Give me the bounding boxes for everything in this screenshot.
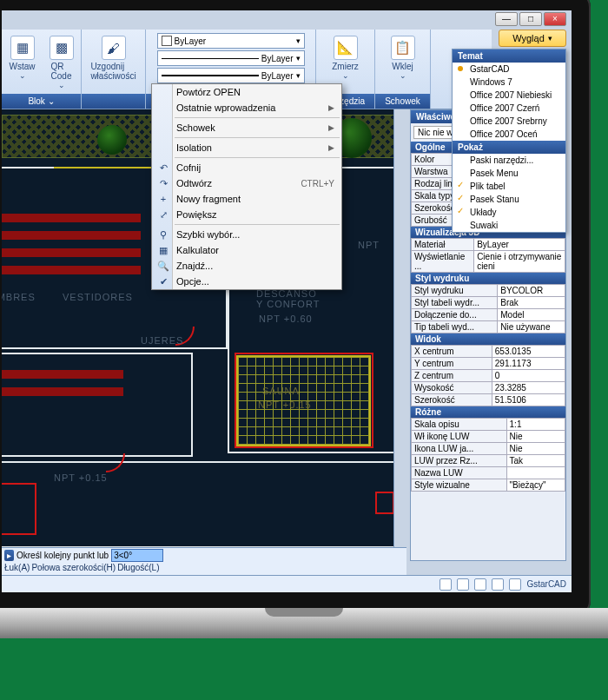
property-row[interactable]: Szerokość51.5106 — [412, 394, 565, 406]
menu-item-icon: ⤢ — [157, 208, 169, 221]
show-item[interactable]: Plik tabel — [453, 180, 565, 193]
command-input[interactable] — [111, 549, 163, 562]
cad-label: SAUNA — [262, 386, 300, 396]
context-menu-item[interactable]: ↶Cofnij — [152, 160, 341, 175]
status-icon[interactable] — [457, 578, 469, 591]
qr-code-button[interactable]: ▩ QR Code ⌄ — [45, 33, 78, 92]
property-row[interactable]: Dołączenie do...Model — [412, 309, 565, 321]
paste-button[interactable]: 📋 Wklej ⌄ — [387, 33, 420, 83]
chevron-down-icon: ⌄ — [342, 71, 349, 80]
match-properties-button[interactable]: 🖌 Uzgodnij właściwości — [86, 33, 140, 83]
menu-item-icon: + — [157, 193, 169, 205]
theme-item[interactable]: Office 2007 Oceń — [453, 128, 565, 141]
status-bar: GstarCAD — [2, 575, 572, 592]
cad-label: NPT +0.60 — [259, 314, 313, 324]
group-title-blok[interactable]: Blok — [2, 94, 81, 109]
chevron-right-icon: ▶ — [328, 143, 334, 152]
chevron-down-icon: ▾ — [296, 71, 301, 80]
clipboard-icon: 📋 — [391, 36, 415, 60]
chevron-down-icon: ⌄ — [58, 81, 65, 89]
measure-button[interactable]: 📐 Zmierz ⌄ — [327, 33, 363, 83]
layer-lineweight-dropdown[interactable]: ByLayer ▾ — [157, 68, 305, 83]
show-item[interactable]: Pasek Menu — [453, 167, 565, 180]
context-menu: Powtórz OPENOstatnie wprowadzenia▶Schowe… — [151, 83, 342, 290]
context-menu-item[interactable]: +Nowy fragment — [152, 191, 341, 207]
cad-label: DORES HOMBRES — [2, 292, 36, 302]
status-brand: GstarCAD — [526, 579, 566, 589]
chevron-down-icon: ⌄ — [19, 71, 26, 80]
command-option[interactable]: Łuk(A) — [4, 563, 30, 572]
show-item[interactable]: Paski narzędzi... — [453, 154, 565, 167]
status-icon[interactable] — [439, 578, 452, 591]
property-row[interactable]: Styl wydrukuBYCOLOR — [412, 285, 565, 297]
context-menu-item[interactable]: ▦Kalkulator — [152, 242, 341, 258]
insert-icon: ▦ — [10, 36, 35, 60]
theme-item[interactable]: Office 2007 Srebrny — [453, 115, 565, 128]
ruler-icon: 📐 — [334, 36, 358, 60]
group-title-schowek[interactable]: Schowek — [375, 94, 430, 109]
appearance-dropdown[interactable]: Wygląd ▾ — [499, 30, 566, 47]
theme-item[interactable]: Office 2007 Niebieski — [453, 89, 565, 102]
property-row[interactable]: LUW przez Rz...Tak — [412, 455, 565, 467]
command-bar: ▸ Określ kolejny punkt lub Łuk(A) Połowa… — [2, 547, 406, 575]
properties-category[interactable]: Widok — [411, 333, 565, 345]
command-option[interactable]: Połowa szerokości(H) — [31, 563, 116, 572]
chevron-right-icon: ▶ — [328, 103, 334, 112]
command-option[interactable]: Długość(L) — [117, 563, 159, 572]
menu-item-icon: ⚲ — [157, 228, 169, 241]
property-row[interactable]: Tip tabeli wyd...Nie używane — [412, 321, 565, 333]
properties-category[interactable]: Różne — [411, 406, 565, 418]
context-menu-item[interactable]: Powtórz OPEN — [152, 84, 341, 100]
property-row[interactable]: Wyświetlanie ...Cienie i otrzymywanie ci… — [412, 251, 565, 273]
property-row[interactable]: Y centrum291.1173 — [412, 358, 565, 370]
theme-item[interactable]: Office 2007 Czerń — [453, 102, 565, 115]
property-row[interactable]: Skala opisu1:1 — [412, 419, 565, 431]
minimize-button[interactable]: — — [495, 12, 518, 26]
property-row[interactable]: MateriałByLayer — [412, 239, 565, 251]
cad-label: UJERES — [141, 335, 183, 346]
status-icon[interactable] — [492, 578, 504, 591]
theme-item[interactable]: Windows 7 — [453, 76, 565, 89]
context-menu-item[interactable]: Ostatnie wprowadzenia▶ — [152, 100, 341, 116]
property-row[interactable]: X centrum653.0135 — [412, 346, 565, 358]
menu-item-icon: ▦ — [157, 244, 169, 256]
context-menu-item[interactable]: ⚲Szybki wybór... — [152, 227, 341, 242]
property-row[interactable]: Ikona LUW ja...Nie — [412, 443, 565, 455]
properties-category[interactable]: Styl wydruku — [411, 273, 565, 284]
property-row[interactable]: Style wizualne"Bieżący" — [412, 479, 565, 492]
layer-linetype-dropdown[interactable]: ByLayer ▾ — [157, 50, 305, 66]
theme-item[interactable]: GstarCAD — [453, 63, 565, 76]
property-row[interactable]: Wł ikonę LUWNie — [412, 431, 565, 443]
property-row[interactable]: Wysokość23.3285 — [412, 382, 565, 394]
chevron-down-icon: ⌄ — [400, 71, 406, 80]
command-lead-icon: ▸ — [4, 550, 14, 561]
show-item[interactable]: Układy — [453, 206, 565, 219]
menu-item-icon: 🔍 — [157, 260, 169, 272]
context-menu-item[interactable]: Isolation▶ — [152, 140, 341, 155]
cad-label: NPT +0.15 — [258, 400, 312, 410]
show-item[interactable]: Suwaki — [453, 219, 565, 232]
context-menu-item[interactable]: Schowek▶ — [152, 120, 341, 135]
context-menu-item[interactable]: 🔍Znajdź... — [152, 258, 341, 274]
status-icon[interactable] — [474, 578, 486, 591]
maximize-button[interactable]: □ — [519, 12, 542, 26]
insert-button[interactable]: ▦ Wstaw ⌄ — [5, 33, 40, 83]
property-row[interactable]: Z centrum0 — [412, 370, 565, 382]
chevron-down-icon: ▾ — [296, 36, 301, 45]
command-prompt: Określ kolejny punkt lub — [17, 551, 109, 560]
chevron-down-icon: ▾ — [296, 54, 301, 63]
property-row[interactable]: Styl tabeli wydr...Brak — [412, 297, 565, 309]
context-menu-item[interactable]: ⤢Powiększ — [152, 207, 341, 222]
close-button[interactable]: × — [544, 12, 566, 26]
cad-label: DESCANSO Y CONFORT — [256, 288, 320, 309]
context-menu-item[interactable]: ✔Opcje... — [152, 274, 341, 289]
layer-color-dropdown[interactable]: ByLayer ▾ — [157, 33, 305, 49]
status-icon[interactable] — [509, 578, 521, 591]
chevron-right-icon: ▶ — [328, 123, 334, 132]
chevron-down-icon: ▾ — [548, 34, 552, 43]
qr-icon: ▩ — [50, 36, 74, 60]
property-row[interactable]: Nazwa LUW — [412, 467, 565, 479]
show-item[interactable]: Pasek Stanu — [453, 193, 565, 206]
context-menu-item[interactable]: ↷OdtwórzCTRL+Y — [152, 175, 341, 191]
group-title-empty — [82, 94, 145, 109]
